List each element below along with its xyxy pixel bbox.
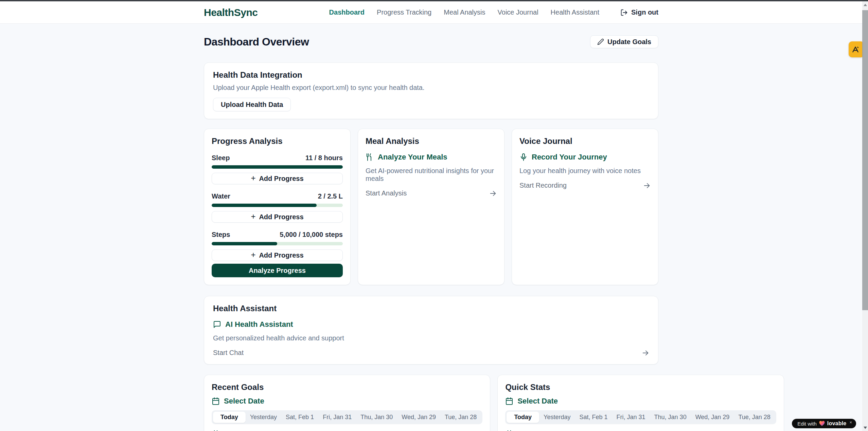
page-title: Dashboard Overview (204, 36, 309, 48)
date-tab-sat-feb-1[interactable]: Sat, Feb 1 (281, 412, 318, 423)
start-analysis-action[interactable]: Start Analysis (366, 189, 497, 197)
main-content: Dashboard Overview Update Goals Health D… (204, 24, 658, 431)
update-goals-button[interactable]: Update Goals (590, 35, 658, 48)
analyze-your-meals-link[interactable]: Analyze Your Meals (366, 153, 497, 162)
date-tab-tue-jan-28[interactable]: Tue, Jan 28 (440, 412, 481, 423)
meal-analysis-description: Get AI-powered nutritional insights for … (366, 167, 497, 183)
add-progress-label: Add Progress (259, 251, 303, 259)
water-progress-bar (212, 204, 343, 207)
date-tab-tue-jan-28[interactable]: Tue, Jan 28 (734, 412, 775, 423)
date-tab-wed-jan-29[interactable]: Wed, Jan 29 (691, 412, 734, 423)
update-goals-label: Update Goals (607, 38, 651, 46)
record-your-journey-label: Record Your Journey (532, 153, 607, 162)
scrollbar-up-arrow[interactable] (862, 2, 868, 7)
scrollbar-down-arrow[interactable] (862, 425, 868, 430)
browser-scrollbar[interactable] (862, 1, 868, 431)
select-date-label: Select Date (517, 397, 558, 406)
plus-icon: + (251, 251, 255, 259)
voice-journal-description: Log your health journey with voice notes (519, 167, 651, 175)
add-progress-label: Add Progress (259, 175, 303, 183)
signout-label: Sign out (631, 8, 658, 16)
lovable-prefix-label: Edit with (797, 421, 817, 427)
date-tab-sat-feb-1[interactable]: Sat, Feb 1 (575, 412, 612, 423)
tracker-steps: Steps 5,000 / 10,000 steps + Add Progres… (212, 231, 343, 261)
progress-analysis-card: Progress Analysis Sleep 11 / 8 hours + A… (204, 129, 351, 285)
date-tab-today[interactable]: Today (507, 412, 539, 423)
recent-goals-date-tabs: Today Yesterday Sat, Feb 1 Fri, Jan 31 T… (212, 410, 482, 424)
tracker-label: Steps (212, 231, 230, 239)
tracker-sleep: Sleep 11 / 8 hours + Add Progress (212, 154, 343, 184)
lovable-close-icon[interactable]: × (849, 420, 852, 425)
calendar-icon (212, 397, 220, 405)
nav-link-dashboard[interactable]: Dashboard (329, 8, 365, 16)
health-assistant-card: Health Assistant AI Health Assistant Get… (204, 296, 658, 364)
quick-stats-card: Quick Stats Select Date Today Yesterday … (497, 375, 784, 431)
signout-button[interactable]: Sign out (620, 8, 658, 16)
nav-link-health-assistant[interactable]: Health Assistant (551, 8, 599, 16)
heart-icon (819, 421, 825, 426)
date-tab-thu-jan-30[interactable]: Thu, Jan 30 (356, 412, 397, 423)
plus-icon: + (251, 174, 255, 182)
voice-journal-title: Voice Journal (519, 136, 651, 146)
health-assistant-title: Health Assistant (213, 304, 649, 313)
recent-goals-select-date[interactable]: Select Date (212, 397, 482, 406)
tracker-value: 11 / 8 hours (305, 154, 343, 162)
date-tab-fri-jan-31[interactable]: Fri, Jan 31 (318, 412, 356, 423)
start-recording-label: Start Recording (519, 182, 567, 189)
integration-description: Upload your Apple Health export (export.… (213, 84, 649, 92)
add-progress-label: Add Progress (259, 213, 303, 221)
date-tab-fri-jan-31[interactable]: Fri, Jan 31 (612, 412, 650, 423)
start-chat-action[interactable]: Start Chat (213, 349, 649, 357)
floating-extension-badge[interactable] (849, 41, 862, 57)
tracker-label: Sleep (212, 154, 230, 162)
quick-stats-title: Quick Stats (505, 382, 776, 392)
record-your-journey-link[interactable]: Record Your Journey (519, 153, 651, 162)
start-chat-label: Start Chat (213, 349, 244, 357)
upload-health-data-button[interactable]: Upload Health Data (213, 98, 291, 111)
date-tab-today[interactable]: Today (213, 412, 246, 423)
quick-stats-current-date[interactable]: February 3, 2025 (505, 430, 776, 431)
nav-link-meal-analysis[interactable]: Meal Analysis (444, 8, 485, 16)
recent-goals-card: Recent Goals Select Date Today Yesterday… (204, 375, 490, 431)
brand-logo[interactable]: HealthSync (204, 7, 258, 18)
analyze-progress-button[interactable]: Analyze Progress (212, 264, 343, 277)
lambda-logo-icon (851, 45, 860, 54)
date-tab-wed-jan-29[interactable]: Wed, Jan 29 (397, 412, 440, 423)
scrollbar-thumb[interactable] (862, 10, 868, 310)
nav-link-voice-journal[interactable]: Voice Journal (498, 8, 538, 16)
date-tab-yesterday[interactable]: Yesterday (246, 412, 281, 423)
progress-analysis-title: Progress Analysis (212, 136, 343, 146)
tracker-value: 2 / 2.5 L (318, 192, 343, 200)
app-viewport: HealthSync Dashboard Progress Tracking M… (0, 1, 862, 431)
recent-goals-current-date[interactable]: February 3, 2025 (212, 430, 482, 431)
quick-stats-select-date[interactable]: Select Date (505, 397, 776, 406)
date-tab-yesterday[interactable]: Yesterday (539, 412, 575, 423)
edit-with-lovable-badge[interactable]: Edit with lovable × (792, 419, 856, 428)
logout-icon (620, 9, 628, 16)
select-date-label: Select Date (224, 397, 264, 406)
nav-link-progress-tracking[interactable]: Progress Tracking (377, 8, 431, 16)
start-recording-action[interactable]: Start Recording (519, 182, 651, 189)
plus-icon: + (251, 212, 255, 221)
lovable-brand-label: lovable (827, 420, 847, 427)
meal-analysis-card: Meal Analysis Analyze Your Meals Get AI-… (358, 129, 504, 285)
sleep-progress-bar (212, 165, 343, 169)
health-assistant-description: Get personalized health advice and suppo… (213, 334, 649, 342)
calendar-icon (505, 397, 513, 405)
current-date-label: February 3, 2025 (225, 430, 284, 431)
arrow-right-icon (643, 182, 651, 189)
utensils-icon (366, 153, 374, 161)
date-tab-thu-jan-30[interactable]: Thu, Jan 30 (650, 412, 691, 423)
chat-bubble-icon (213, 320, 221, 329)
add-progress-button-steps[interactable]: + Add Progress (212, 249, 343, 261)
analyze-your-meals-label: Analyze Your Meals (378, 153, 447, 162)
steps-progress-bar (212, 242, 343, 245)
tracker-water: Water 2 / 2.5 L + Add Progress (212, 192, 343, 223)
add-progress-button-sleep[interactable]: + Add Progress (212, 173, 343, 184)
app-header: HealthSync Dashboard Progress Tracking M… (0, 1, 862, 24)
browser-top-strip (0, 0, 868, 1)
microphone-icon (519, 153, 528, 161)
health-data-integration-card: Health Data Integration Upload your Appl… (204, 62, 658, 119)
ai-health-assistant-link[interactable]: AI Health Assistant (213, 320, 649, 329)
add-progress-button-water[interactable]: + Add Progress (212, 211, 343, 223)
